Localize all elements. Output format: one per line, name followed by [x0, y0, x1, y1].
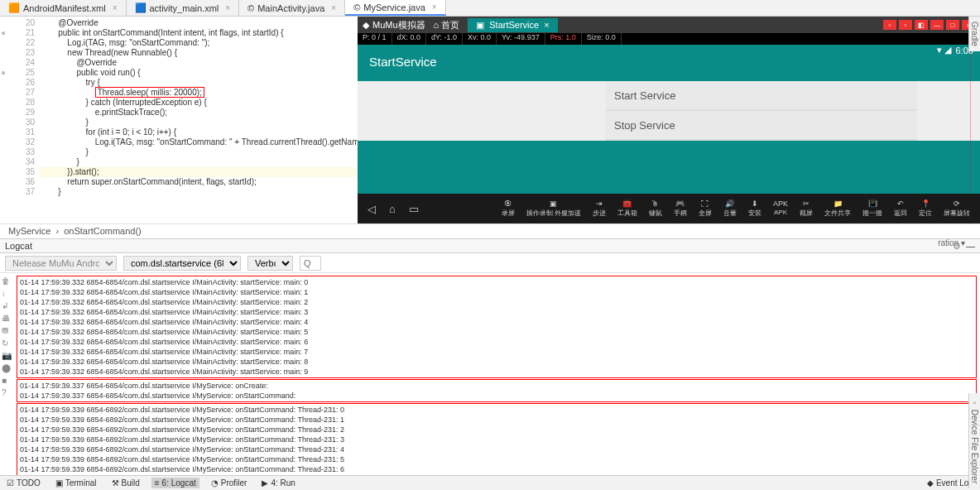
stop-service-button[interactable]: Stop Service — [606, 111, 917, 141]
file-icon: © — [353, 2, 360, 12]
file-icon: 🟧 — [8, 2, 20, 13]
code-editor[interactable]: ● ● 202122232425262728293031323334353637… — [0, 17, 358, 223]
close-icon[interactable]: × — [113, 3, 118, 12]
emulator-tool[interactable]: ⛶全屏 — [699, 199, 712, 218]
emulator-tool[interactable]: ▣操作录制 外服加速 — [526, 199, 581, 218]
recents-icon[interactable]: ▭ — [409, 203, 419, 215]
minimize-icon[interactable]: — — [930, 20, 944, 30]
emulator-tool[interactable]: 🧰工具箱 — [617, 199, 637, 218]
window-control[interactable]: ◧ — [915, 20, 928, 30]
screenshot-icon[interactable]: 📷 — [2, 351, 12, 360]
window-control[interactable]: ▫ — [883, 20, 896, 30]
emulator-tool[interactable]: 🖱键鼠 — [649, 199, 662, 218]
scroll-end-icon[interactable]: ↓ — [2, 289, 12, 298]
close-icon[interactable]: × — [432, 2, 437, 12]
emulator-window: ◆ MuMu模拟器 ⌂ 首页 ▣ StartService × ▫ ▫ ◧ — … — [358, 17, 980, 223]
help-icon[interactable]: ? — [2, 388, 12, 397]
build-tool[interactable]: ⚒ Build — [108, 478, 143, 488]
todo-tool[interactable]: ☑ TODO — [3, 478, 44, 488]
trash-icon[interactable]: 🗑 — [2, 276, 12, 286]
emulator-tab[interactable]: ▣ StartService × — [468, 18, 557, 32]
filter-dropdown[interactable]: ration ▾ — [938, 238, 965, 247]
emulator-tool[interactable]: 📁文件共享 — [824, 199, 851, 218]
home-icon[interactable]: ⌂ — [389, 203, 396, 215]
editor-tabs: 🟧AndroidManifest.xml×🟦activity_main.xml×… — [0, 0, 980, 17]
soft-wrap-icon[interactable]: ↲ — [2, 301, 12, 310]
close-icon[interactable]: × — [331, 3, 336, 12]
gradle-panel-tab[interactable]: Gradle — [968, 17, 980, 51]
record-icon[interactable]: ⬤ — [2, 363, 12, 372]
log-search-input[interactable] — [300, 256, 321, 271]
logcat-tool[interactable]: ≡ 6: Logcat — [151, 478, 199, 488]
emulator-tool[interactable]: ⦿录屏 — [502, 199, 515, 218]
app-title: StartService — [358, 45, 980, 78]
logcat-panel-title[interactable]: Logcat — [5, 241, 32, 251]
terminal-tool[interactable]: ▣ Terminal — [52, 478, 100, 488]
wifi-icon: ▾ ◢ — [937, 45, 951, 55]
file-icon: © — [247, 3, 254, 13]
emulator-brand: ◆ MuMu模拟器 — [363, 19, 425, 31]
close-icon[interactable]: × — [225, 3, 230, 12]
print-icon[interactable]: 🖶 — [2, 314, 12, 323]
ide-statusbar: ☑ TODO ▣ Terminal ⚒ Build ≡ 6: Logcat ◔ … — [0, 475, 980, 490]
maximize-icon[interactable]: □ — [946, 20, 959, 30]
loglevel-select[interactable]: Verbose — [247, 256, 293, 271]
file-tab[interactable]: 🟧AndroidManifest.xml× — [0, 0, 127, 16]
emulator-tool[interactable]: 📳摇一摇 — [862, 199, 882, 218]
breadcrumb[interactable]: MyService › onStartCommand() — [0, 223, 980, 238]
emulator-pointer-status: P: 0 / 1dX: 0.0dY: -1.0Xv: 0.0Yv: -49.93… — [358, 33, 980, 45]
minimize-icon[interactable]: — — [966, 241, 975, 251]
emulator-tool[interactable]: APKAPK — [773, 199, 788, 218]
emulator-tool[interactable]: 🔊音量 — [723, 199, 737, 218]
emulator-tool[interactable]: 📍定位 — [919, 199, 932, 218]
emulator-tool[interactable]: ↶返回 — [894, 199, 907, 218]
touch-trace-line — [970, 45, 971, 194]
emulator-tool[interactable]: ✂截屏 — [800, 199, 813, 218]
close-icon[interactable]: × — [544, 20, 549, 30]
emulator-tool[interactable]: ⬇安装 — [748, 199, 761, 218]
device-explorer-tab[interactable]: ▫ Device File Explorer — [968, 393, 980, 488]
file-tab[interactable]: ©MyService.java× — [345, 0, 446, 16]
home-icon[interactable]: ⌂ 首页 — [434, 19, 460, 31]
stop-icon[interactable]: ■ — [2, 376, 12, 385]
emulator-tool[interactable]: ⇥步进 — [593, 199, 606, 218]
file-icon: 🟦 — [135, 2, 147, 13]
log-output[interactable]: 01-14 17:59:39.332 6854-6854/com.dsl.sta… — [13, 273, 980, 490]
window-control[interactable]: ▫ — [899, 20, 912, 30]
emulator-tool[interactable]: 🎮手柄 — [674, 199, 687, 218]
back-icon[interactable]: ◁ — [368, 203, 376, 215]
file-tab[interactable]: ©MainActivity.java× — [239, 0, 345, 16]
emulator-toolbar: ◁ ⌂ ▭ ⦿录屏▣操作录制 外服加速⇥步进🧰工具箱🖱键鼠🎮手柄⛶全屏🔊音量⬇安… — [358, 194, 980, 223]
device-select[interactable]: Netease MuMu Android 6.0.1, A — [5, 256, 117, 271]
process-select[interactable]: com.dsl.startservice (6854) — [123, 256, 241, 271]
run-tool[interactable]: ▶ 4: Run — [258, 478, 298, 488]
emulator-tool[interactable]: ⟳屏幕旋转 — [944, 199, 970, 218]
profiler-tool[interactable]: ◔ Profiler — [208, 478, 251, 488]
start-service-button[interactable]: Start Service — [606, 81, 917, 111]
file-tab[interactable]: 🟦activity_main.xml× — [127, 0, 240, 16]
filter-icon[interactable]: ⛃ — [2, 326, 12, 335]
restart-icon[interactable]: ↻ — [2, 339, 12, 348]
